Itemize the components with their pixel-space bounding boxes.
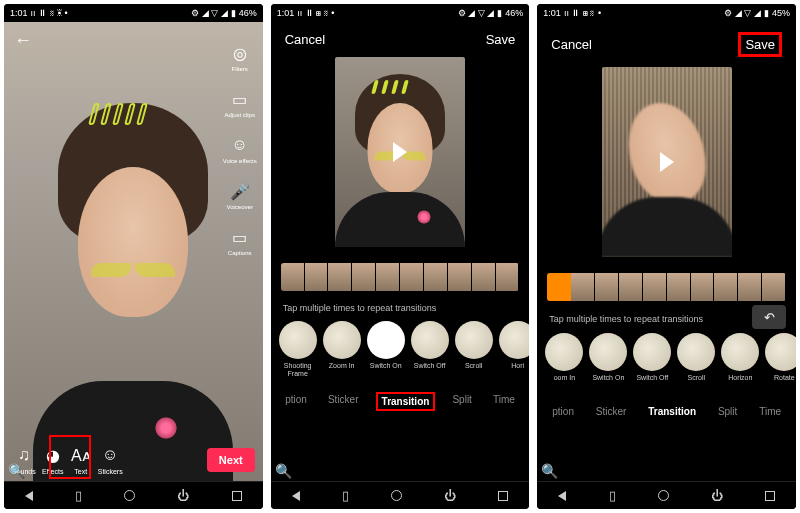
transition-label: Rotate	[774, 374, 795, 390]
topbar: Cancel Save	[537, 22, 796, 67]
back-button[interactable]: ←	[14, 30, 32, 51]
timeline-thumb	[738, 273, 762, 301]
cancel-button[interactable]: Cancel	[551, 37, 591, 52]
stickers-button[interactable]: ☺ Stickers	[98, 444, 123, 475]
editor-content: ← ◎ Filters ▭ Adjust clips ☺ Voice effec…	[4, 22, 263, 481]
timeline[interactable]	[281, 263, 520, 291]
tab-time[interactable]: Time	[755, 404, 785, 419]
transition-item[interactable]: Shooting Frame	[279, 321, 317, 378]
filter-hairclips	[373, 80, 407, 94]
filters-tool[interactable]: ◎ Filters	[229, 42, 251, 72]
magnify-icon[interactable]: 🔍	[275, 463, 292, 479]
bottom-toolbar: ♫ Sounds ◕ Effects Aᴀ Text ☺ Stickers Ne…	[4, 438, 263, 481]
timeline-thumb	[281, 263, 305, 291]
status-battery: 46%	[239, 8, 257, 18]
tab-transition[interactable]: Transition	[376, 392, 436, 411]
nav-home-icon[interactable]	[391, 490, 402, 501]
magnify-icon[interactable]: 🔍	[8, 463, 25, 479]
nav-recent-icon[interactable]: ▯	[609, 488, 616, 503]
timeline-thumb	[328, 263, 352, 291]
transition-item[interactable]: Rotate	[765, 333, 796, 390]
transition-item[interactable]: Switch On	[589, 333, 627, 390]
transitions-list[interactable]: oom InSwitch OnSwitch OffScrollHorizonRo…	[537, 329, 796, 394]
tab-ption[interactable]: ption	[281, 392, 311, 411]
transition-item[interactable]: Switch Off	[411, 321, 449, 378]
save-button[interactable]: Save	[738, 32, 782, 57]
transition-label: oom In	[554, 374, 575, 390]
transition-label: Scroll	[465, 362, 483, 378]
status-time: 1:01	[277, 8, 295, 18]
timeline-thumb	[643, 273, 667, 301]
cancel-button[interactable]: Cancel	[285, 32, 325, 47]
voiceover-label: Voiceover	[227, 204, 253, 210]
transition-item[interactable]: Horizon	[721, 333, 759, 390]
nav-back-icon[interactable]	[292, 491, 300, 501]
screen-transition-save: 1:01 ıı ⏸ ⊞ ≋ • ⚙ ◢ ▽ ◢ ▮ 45% Cancel Sav…	[537, 4, 796, 509]
transition-thumbnail	[765, 333, 796, 371]
filter-hairclips	[91, 103, 145, 125]
transition-thumbnail	[545, 333, 583, 371]
text-label: Text	[74, 468, 87, 475]
tab-transition[interactable]: Transition	[644, 404, 700, 419]
undo-button[interactable]: ↶	[752, 305, 786, 329]
effects-button[interactable]: ◕ Effects	[42, 444, 64, 475]
transition-item[interactable]: Switch On	[367, 321, 405, 378]
status-battery-icon: ▮	[764, 8, 769, 18]
timeline[interactable]	[547, 273, 786, 301]
transition-label: Hori	[511, 362, 524, 378]
transition-item[interactable]: Switch Off	[633, 333, 671, 390]
text-button[interactable]: Aᴀ Text	[70, 444, 92, 475]
timeline-thumb	[400, 263, 424, 291]
transition-label: Switch Off	[414, 362, 446, 378]
tab-split[interactable]: Split	[714, 404, 741, 419]
screen-transition-picker: 1:01 ıı ⏸ ⊞ ≋ • ⚙ ◢ ▽ ◢ ▮ 46% Cancel Sav…	[271, 4, 530, 509]
nav-overview-icon[interactable]	[232, 491, 242, 501]
transition-item[interactable]: Scroll	[677, 333, 715, 390]
transition-thumbnail	[411, 321, 449, 359]
nav-overview-icon[interactable]	[765, 491, 775, 501]
tab-time[interactable]: Time	[489, 392, 519, 411]
transition-item[interactable]: Scroll	[455, 321, 493, 378]
tab-split[interactable]: Split	[448, 392, 475, 411]
play-icon[interactable]	[393, 142, 407, 162]
transition-thumbnail	[589, 333, 627, 371]
preview-person-sweater	[335, 192, 465, 247]
tab-sticker[interactable]: Sticker	[592, 404, 631, 419]
transition-item[interactable]: oom In	[545, 333, 583, 390]
filter-glasses	[91, 263, 175, 277]
play-icon[interactable]	[660, 152, 674, 172]
transition-item[interactable]: Hori	[499, 321, 530, 378]
nav-power-icon[interactable]: ⏻	[177, 489, 189, 503]
magnify-icon[interactable]: 🔍	[541, 463, 558, 479]
transition-item[interactable]: Zoom In	[323, 321, 361, 378]
voiceover-tool[interactable]: 🎤 Voiceover	[227, 180, 253, 210]
nav-back-icon[interactable]	[558, 491, 566, 501]
next-button[interactable]: Next	[207, 448, 255, 472]
android-nav: ▯ ⏻	[4, 481, 263, 509]
status-battery: 46%	[505, 8, 523, 18]
save-button[interactable]: Save	[486, 32, 516, 47]
nav-overview-icon[interactable]	[498, 491, 508, 501]
nav-power-icon[interactable]: ⏻	[444, 489, 456, 503]
status-icons-right: ⚙ ◢ ▽ ◢	[724, 8, 761, 18]
voice-effects-tool[interactable]: ☺ Voice effects	[223, 134, 257, 164]
nav-home-icon[interactable]	[124, 490, 135, 501]
nav-home-icon[interactable]	[658, 490, 669, 501]
nav-back-icon[interactable]	[25, 491, 33, 501]
nav-recent-icon[interactable]: ▯	[75, 488, 82, 503]
video-preview[interactable]	[602, 67, 732, 257]
captions-tool[interactable]: ▭ Captions	[228, 226, 252, 256]
video-preview[interactable]	[335, 57, 465, 247]
status-icons-left: ıı ⏸ ⊞ ≋ •	[564, 8, 601, 18]
nav-power-icon[interactable]: ⏻	[711, 489, 723, 503]
status-icons-left: ıı ⏸ ≋ ☀ •	[31, 8, 68, 18]
transition-thumbnail	[279, 321, 317, 359]
adjust-clips-tool[interactable]: ▭ Adjust clips	[225, 88, 255, 118]
transitions-list[interactable]: Shooting FrameZoom InSwitch OnSwitch Off…	[271, 317, 530, 382]
nav-recent-icon[interactable]: ▯	[342, 488, 349, 503]
video-preview[interactable]: ← ◎ Filters ▭ Adjust clips ☺ Voice effec…	[4, 22, 263, 481]
side-toolbar: ◎ Filters ▭ Adjust clips ☺ Voice effects…	[223, 42, 257, 256]
tab-ption[interactable]: ption	[548, 404, 578, 419]
tab-sticker[interactable]: Sticker	[324, 392, 363, 411]
status-icons-right: ⚙ ◢ ▽ ◢	[458, 8, 495, 18]
